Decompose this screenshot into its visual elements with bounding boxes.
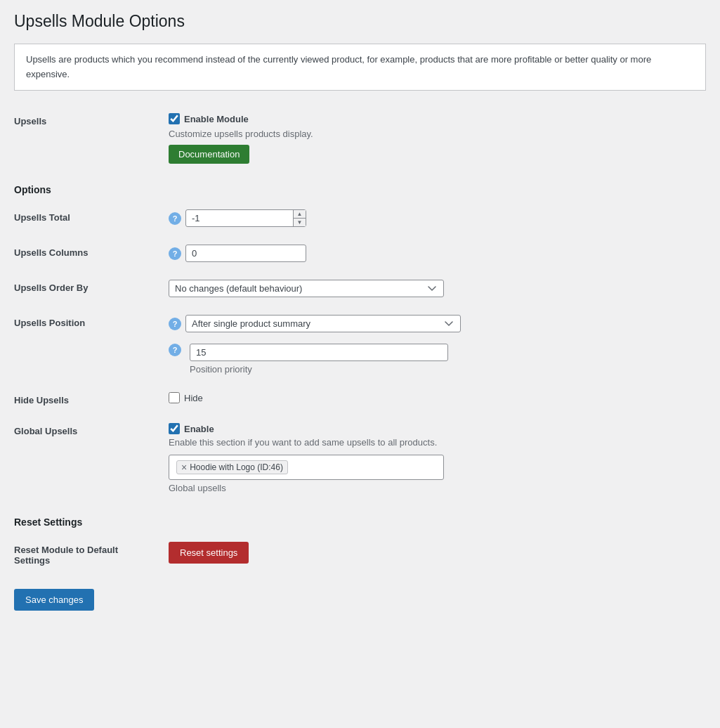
- upsells-total-spinner: ▲ ▼: [185, 209, 306, 227]
- upsells-position-field: ? After single product summary Before si…: [169, 315, 706, 375]
- upsells-total-input[interactable]: [185, 209, 306, 227]
- upsells-columns-row: Upsells Columns ?: [14, 236, 706, 271]
- hide-label[interactable]: Hide: [184, 393, 203, 403]
- page-container: Upsells Module Options Upsells are produ…: [0, 0, 720, 622]
- hide-upsells-checkbox[interactable]: [169, 392, 180, 403]
- upsells-columns-label: Upsells Columns: [14, 245, 169, 258]
- enable-module-label[interactable]: Enable Module: [184, 114, 249, 124]
- position-with-help: ? After single product summary Before si…: [169, 315, 706, 332]
- enable-module-checkbox[interactable]: [169, 113, 180, 124]
- global-upsells-row: Global Upsells Enable Enable this sectio…: [14, 415, 706, 502]
- position-priority-input-wrap: Position priority: [190, 344, 448, 375]
- upsells-order-by-field: No changes (default behaviour) Date Pric…: [169, 280, 706, 297]
- reset-label: Reset Module to Default Settings: [14, 542, 169, 566]
- info-text: Upsells are products which you recommend…: [26, 54, 651, 79]
- save-changes-button[interactable]: Save changes: [14, 589, 94, 611]
- global-upsells-tag-input[interactable]: × Hoodie with Logo (ID:46): [169, 455, 444, 480]
- tag-remove-icon[interactable]: ×: [181, 462, 187, 472]
- upsells-label: Upsells: [14, 113, 169, 126]
- global-upsells-label: Global Upsells: [14, 423, 169, 436]
- enable-module-row: Enable Module: [169, 113, 706, 124]
- upsells-order-by-row: Upsells Order By No changes (default beh…: [14, 271, 706, 306]
- hide-checkbox-row: Hide: [169, 392, 706, 403]
- global-enable-label[interactable]: Enable: [184, 424, 214, 434]
- upsells-total-help-icon[interactable]: ?: [169, 212, 181, 225]
- upsells-position-row: Upsells Position ? After single product …: [14, 306, 706, 384]
- hide-upsells-field: Hide: [169, 392, 706, 403]
- upsells-columns-input[interactable]: [185, 245, 306, 262]
- spinner-up-button[interactable]: ▲: [294, 210, 306, 219]
- upsells-order-by-label: Upsells Order By: [14, 280, 169, 293]
- position-priority-input[interactable]: [190, 344, 448, 361]
- position-priority-help-icon[interactable]: ?: [169, 344, 181, 356]
- upsells-columns-help-icon[interactable]: ?: [169, 247, 181, 260]
- reset-section-heading: Reset Settings: [14, 502, 706, 533]
- global-upsells-field: Enable Enable this section if you want t…: [169, 423, 706, 493]
- reset-row: Reset Module to Default Settings Reset s…: [14, 533, 706, 575]
- tag-item: × Hoodie with Logo (ID:46): [176, 460, 288, 474]
- customize-text: Customize upsells products display.: [169, 129, 706, 139]
- footer: Save changes: [14, 575, 706, 611]
- spinner-down-button[interactable]: ▼: [294, 219, 306, 226]
- upsells-columns-field: ?: [169, 245, 706, 262]
- upsells-total-field: ? ▲ ▼: [169, 209, 706, 227]
- upsells-position-label: Upsells Position: [14, 315, 169, 328]
- upsells-row: Upsells Enable Module Customize upsells …: [14, 105, 706, 173]
- upsells-position-select[interactable]: After single product summary Before sing…: [185, 315, 461, 332]
- hide-upsells-row: Hide Upsells Hide: [14, 384, 706, 415]
- options-heading: Options: [14, 173, 706, 201]
- reset-settings-button[interactable]: Reset settings: [169, 542, 249, 564]
- position-priority-label: Position priority: [190, 364, 448, 375]
- page-title: Upsells Module Options: [14, 11, 706, 32]
- documentation-button[interactable]: Documentation: [169, 145, 249, 164]
- upsells-position-help-icon[interactable]: ?: [169, 318, 181, 330]
- global-enable-row: Enable: [169, 423, 706, 434]
- global-sub-text: Enable this section if you want to add s…: [169, 437, 706, 448]
- reset-field: Reset settings: [169, 542, 706, 564]
- upsells-total-row: Upsells Total ? ▲ ▼: [14, 201, 706, 236]
- info-box: Upsells are products which you recommend…: [14, 44, 706, 91]
- tag-product-name: Hoodie with Logo (ID:46): [190, 462, 283, 472]
- global-enable-checkbox[interactable]: [169, 423, 180, 434]
- upsells-order-by-select[interactable]: No changes (default behaviour) Date Pric…: [169, 280, 444, 297]
- spinner-buttons: ▲ ▼: [293, 210, 306, 226]
- upsells-total-label: Upsells Total: [14, 209, 169, 223]
- global-upsells-field-label: Global upsells: [169, 483, 706, 493]
- hide-upsells-label: Hide Upsells: [14, 392, 169, 405]
- upsells-field: Enable Module Customize upsells products…: [169, 113, 706, 164]
- position-priority-group: ? Position priority: [169, 344, 706, 375]
